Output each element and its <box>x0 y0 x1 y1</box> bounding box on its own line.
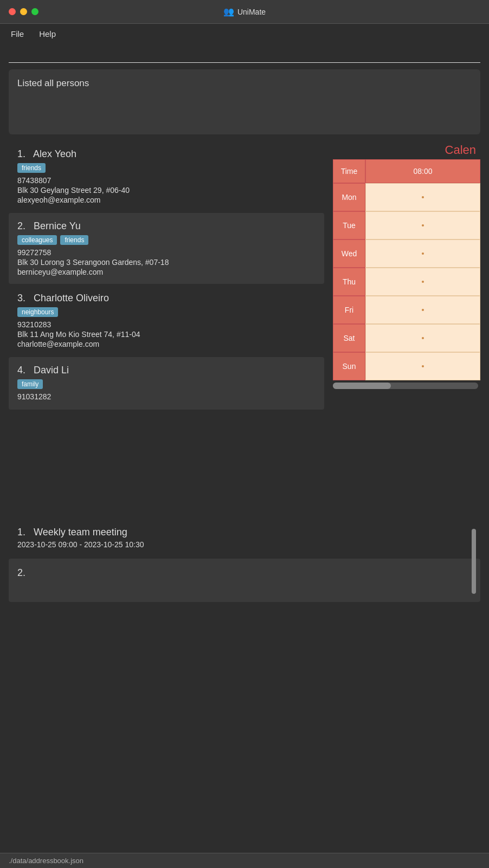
cal-dot <box>422 365 424 367</box>
events-scrollbar-track <box>472 518 476 681</box>
minimize-button[interactable] <box>20 8 27 15</box>
maximize-button[interactable] <box>31 8 38 15</box>
contact-phone: 87438807 <box>17 176 316 185</box>
calendar-grid: Time 08:00 Mon Tue Wed <box>333 159 480 380</box>
event-name: Weekly team meeting <box>34 527 127 537</box>
contact-item[interactable]: 4. David Li family 91031282 <box>9 357 324 410</box>
contact-list[interactable]: 1. Alex Yeoh friends 87438807 Blk 30 Gey… <box>9 141 329 509</box>
contact-tags: friends <box>17 163 316 173</box>
cal-day-cell-tue <box>365 211 480 239</box>
cal-day-row-tue: Tue <box>333 211 480 239</box>
tag-neighbours: neighbours <box>17 307 58 317</box>
calendar-title: Calen <box>333 141 480 159</box>
cal-dot <box>422 337 424 339</box>
cal-day-label-fri: Fri <box>333 296 365 324</box>
cal-time-label: Time <box>333 159 365 183</box>
cal-day-label-wed: Wed <box>333 239 365 268</box>
contact-phone: 91031282 <box>17 392 316 401</box>
cal-dot <box>422 281 424 283</box>
menu-file[interactable]: File <box>9 28 26 40</box>
cal-day-cell-mon <box>365 183 480 211</box>
calendar-panel: Calen Time 08:00 Mon Tue <box>329 141 480 509</box>
event-index: 2. <box>17 567 25 578</box>
tag-colleagues: colleagues <box>17 235 57 245</box>
window-controls[interactable] <box>9 8 38 15</box>
main-content: 1. Alex Yeoh friends 87438807 Blk 30 Gey… <box>9 141 480 509</box>
cal-day-row-wed: Wed <box>333 239 480 268</box>
event-title: 1. Weekly team meeting <box>17 527 472 538</box>
contact-tags: neighbours <box>17 307 316 317</box>
cal-day-cell-fri <box>365 296 480 324</box>
tag-friends: friends <box>17 163 46 173</box>
contact-fullname: Bernice Yu <box>34 221 81 231</box>
cal-dot <box>422 252 424 255</box>
contact-address: Blk 30 Lorong 3 Serangoon Gardens, #07-1… <box>17 258 316 267</box>
listed-panel-title: Listed all persons <box>17 78 89 88</box>
contact-name: 2. Bernice Yu <box>17 221 316 232</box>
cal-day-label-thu: Thu <box>333 268 365 296</box>
event-title: 2. <box>17 567 472 579</box>
cal-day-label-sat: Sat <box>333 324 365 352</box>
contact-address: Blk 11 Ang Mo Kio Street 74, #11-04 <box>17 330 316 339</box>
cal-day-row-thu: Thu <box>333 268 480 296</box>
cal-scrollbar-thumb[interactable] <box>333 383 391 389</box>
app-title: 👥 UniMate <box>223 7 266 17</box>
event-item[interactable]: 2. <box>9 559 480 602</box>
cal-scrollbar[interactable] <box>333 383 478 389</box>
contact-email: berniceyu@example.com <box>17 268 316 276</box>
cal-day-label-tue: Tue <box>333 211 365 239</box>
cal-day-cell-sun <box>365 352 480 380</box>
cal-day-label-mon: Mon <box>333 183 365 211</box>
titlebar: 👥 UniMate <box>0 0 489 24</box>
cal-day-cell-wed <box>365 239 480 268</box>
cal-day-cell-thu <box>365 268 480 296</box>
cal-day-row-sun: Sun <box>333 352 480 380</box>
app-title-text: UniMate <box>237 8 266 16</box>
cal-dot <box>422 224 424 226</box>
contact-address: Blk 30 Geylang Street 29, #06-40 <box>17 186 316 195</box>
events-panel: 1. Weekly team meeting 2023-10-25 09:00 … <box>9 518 480 681</box>
cal-day-row-fri: Fri <box>333 296 480 324</box>
statusbar: ./data/addressbook.json <box>0 853 489 868</box>
menu-help[interactable]: Help <box>37 28 58 40</box>
contact-item[interactable]: 1. Alex Yeoh friends 87438807 Blk 30 Gey… <box>9 141 324 212</box>
tag-family: family <box>17 379 43 389</box>
contact-fullname: Charlotte Oliveiro <box>34 293 109 303</box>
contact-tags: family <box>17 379 316 389</box>
contact-item[interactable]: 3. Charlotte Oliveiro neighbours 9321028… <box>9 285 324 356</box>
event-time: 2023-10-25 09:00 - 2023-10-25 10:30 <box>17 540 472 549</box>
contact-fullname: David Li <box>34 365 69 375</box>
contact-fullname: Alex Yeoh <box>33 148 76 159</box>
events-scrollbar-thumb[interactable] <box>472 529 476 594</box>
search-input[interactable] <box>9 48 480 63</box>
contact-tags: colleagues friends <box>17 235 316 245</box>
contact-name: 3. Charlotte Oliveiro <box>17 293 316 304</box>
menubar: File Help <box>0 24 489 44</box>
contact-phone: 93210283 <box>17 320 316 329</box>
contact-index: 2. <box>17 221 31 231</box>
statusbar-text: ./data/addressbook.json <box>9 857 83 865</box>
cal-day-cell-sat <box>365 324 480 352</box>
event-item[interactable]: 1. Weekly team meeting 2023-10-25 09:00 … <box>9 518 480 558</box>
cal-day-row-mon: Mon <box>333 183 480 211</box>
tag-friends: friends <box>60 235 88 245</box>
contact-name: 1. Alex Yeoh <box>17 148 316 160</box>
contact-phone: 99272758 <box>17 248 316 257</box>
cal-hour-label: 08:00 <box>365 159 480 183</box>
close-button[interactable] <box>9 8 16 15</box>
contact-index: 4. <box>17 365 31 375</box>
contact-index: 3. <box>17 293 31 303</box>
contact-name: 4. David Li <box>17 365 316 376</box>
cal-dot <box>422 196 424 198</box>
event-index: 1. <box>17 527 31 537</box>
cal-dot <box>422 309 424 311</box>
contact-index: 1. <box>17 148 31 159</box>
contact-email: alexyeoh@example.com <box>17 196 316 204</box>
cal-day-row-sat: Sat <box>333 324 480 352</box>
listed-panel: Listed all persons <box>9 69 480 134</box>
cal-header-row: Time 08:00 <box>333 159 480 183</box>
contact-email: charlotte@example.com <box>17 340 316 348</box>
app-icon: 👥 <box>223 7 234 17</box>
contact-item[interactable]: 2. Bernice Yu colleagues friends 9927275… <box>9 213 324 284</box>
search-bar <box>0 44 489 63</box>
